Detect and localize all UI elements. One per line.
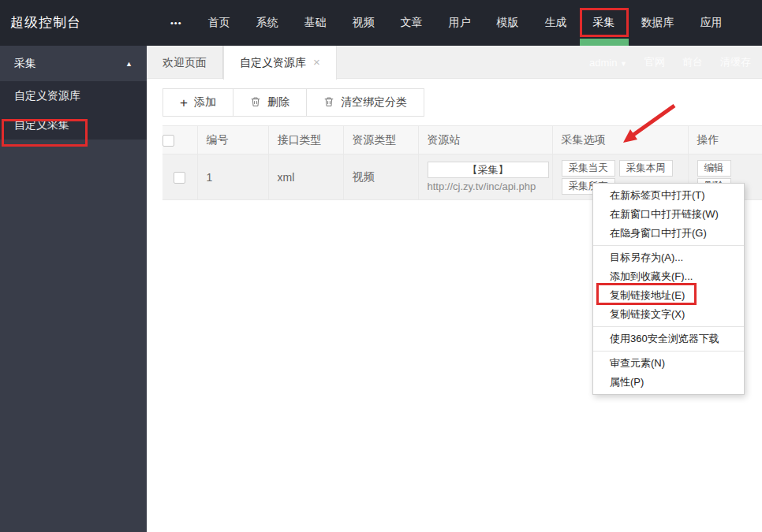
nav-item-article[interactable]: 文章 [401,16,423,30]
username: admin [589,57,617,69]
user-bar: admin ▼ 官网 前台 清缓存 [589,46,751,79]
nav-active-indicator [580,39,629,46]
nav-item-video[interactable]: 视频 [353,16,375,30]
col-header-collect-options: 采集选项 [552,126,688,154]
cell-id: 1 [197,154,268,200]
clear-bound-category-button[interactable]: 清空绑定分类 [306,88,424,117]
menu-separator [593,351,744,352]
chevron-down-icon: ▼ [620,60,627,68]
menu-item-inspect-element[interactable]: 审查元素(N) [593,354,744,373]
link-official-site[interactable]: 官网 [644,55,665,69]
delete-button-label: 删除 [267,95,289,110]
nav-item-generate[interactable]: 生成 [545,16,567,30]
col-header-res-type: 资源类型 [343,126,418,154]
tab-custom-resource-label: 自定义资源库 [240,56,306,69]
nav-item-collect[interactable]: 采集 [593,16,615,30]
menu-item-download-360[interactable]: 使用360安全浏览器下载 [593,329,744,348]
add-button[interactable]: + 添加 [162,88,233,117]
resource-url-link[interactable]: http://cj.zy.tv/inc/api.php [428,180,552,192]
chevron-up-icon: ▲ [125,60,133,68]
menu-item-open-new-tab[interactable]: 在新标签页中打开(T) [593,186,744,205]
menu-item-save-target-as[interactable]: 目标另存为(A)... [593,248,744,267]
sidebar-section-label: 采集 [14,57,36,71]
site-name-box[interactable]: 【采集】 [428,162,549,178]
delete-button[interactable]: 删除 [233,88,307,117]
user-menu[interactable]: admin ▼ [589,57,627,69]
menu-item-properties[interactable]: 属性(P) [593,373,744,392]
cell-res-type: 视频 [343,154,418,200]
clear-bound-category-label: 清空绑定分类 [341,95,407,110]
trash-icon [323,96,334,110]
nav-item-template[interactable]: 模版 [497,16,519,30]
menu-item-add-favorites[interactable]: 添加到收藏夹(F)... [593,267,744,286]
menu-separator [593,326,744,327]
col-header-id: 编号 [197,126,268,154]
top-navbar: 超级控制台 ••• 首页 系统 基础 视频 文章 用户 模版 生成 采集 数据库… [0,0,762,46]
nav-item-basic[interactable]: 基础 [304,16,327,30]
nav-item-home[interactable]: 首页 [208,16,230,30]
context-menu: 在新标签页中打开(T) 在新窗口中打开链接(W) 在隐身窗口中打开(G) 目标另… [592,183,745,395]
nav-item-user[interactable]: 用户 [449,16,471,30]
select-all-checkbox[interactable] [162,135,174,147]
table-header-row: 编号 接口类型 资源类型 资源站 采集选项 操作 [162,126,762,154]
sidebar-submenu: 自定义资源库 自定义采集 [0,81,147,140]
sidebar-item-custom-resource[interactable]: 自定义资源库 [0,81,147,110]
nav-item-app[interactable]: 应用 [700,16,723,30]
close-icon[interactable]: × [313,55,320,69]
nav-item-database[interactable]: 数据库 [641,16,674,30]
tab-welcome[interactable]: 欢迎页面 [147,46,223,79]
link-clear-cache[interactable]: 清缓存 [720,55,751,69]
tab-bar: 欢迎页面 自定义资源库× admin ▼ 官网 前台 清缓存 [147,46,762,79]
nav-item-collect-label: 采集 [593,16,615,28]
menu-item-open-incognito[interactable]: 在隐身窗口中打开(G) [593,224,744,243]
cell-api-type: xml [268,154,343,200]
col-header-actions: 操作 [688,126,762,154]
add-button-label: 添加 [194,95,216,110]
collect-week-button[interactable]: 采集本周 [619,160,673,177]
top-nav-menu: ••• 首页 系统 基础 视频 文章 用户 模版 生成 采集 数据库 应用 [170,0,723,46]
sidebar: 采集 ▲ 自定义资源库 自定义采集 [0,46,147,532]
col-header-api-type: 接口类型 [268,126,343,154]
menu-separator [593,245,744,246]
link-front-site[interactable]: 前台 [682,55,703,69]
menu-item-copy-link-text[interactable]: 复制链接文字(X) [593,305,744,324]
toolbar: + 添加 删除 清空绑定分类 [162,88,424,117]
plus-icon: + [180,96,188,110]
sidebar-item-custom-collect[interactable]: 自定义采集 [0,110,147,140]
trash-icon [250,96,261,110]
row-checkbox[interactable] [174,172,185,184]
col-header-site: 资源站 [418,126,552,154]
collect-today-button[interactable]: 采集当天 [562,160,615,177]
tab-custom-resource[interactable]: 自定义资源库× [223,46,337,80]
more-icon[interactable]: ••• [170,18,182,28]
menu-item-open-new-window[interactable]: 在新窗口中打开链接(W) [593,205,744,224]
menu-item-copy-link-address[interactable]: 复制链接地址(E) [593,286,744,305]
edit-button[interactable]: 编辑 [697,160,731,177]
sidebar-section-collect[interactable]: 采集 ▲ [0,46,147,81]
app-title: 超级控制台 [10,0,81,46]
cell-site: 【采集】 http://cj.zy.tv/inc/api.php [418,154,552,200]
nav-item-system[interactable]: 系统 [256,16,278,30]
